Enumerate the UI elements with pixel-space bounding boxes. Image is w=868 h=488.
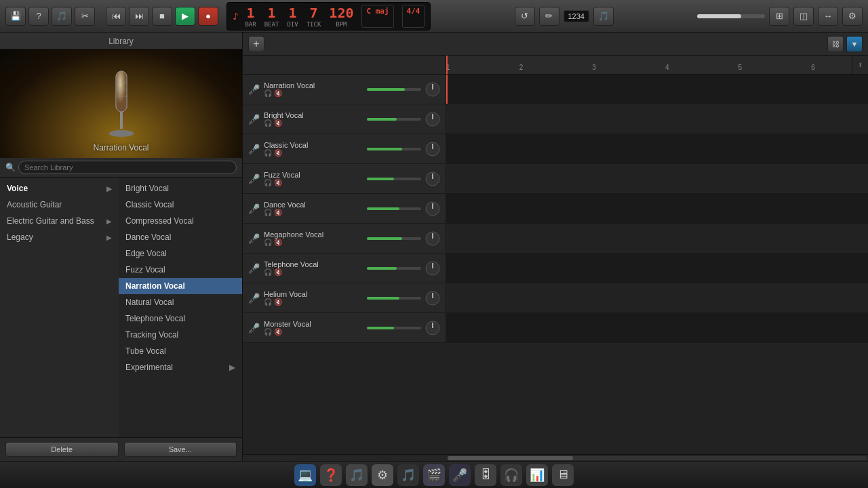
table-row: 🎤 Monster Vocal 🎧 🔇 (243, 313, 868, 343)
track-headphone-icon-7[interactable]: 🎧 (264, 268, 272, 276)
sidebar-item-acoustic[interactable]: Acoustic Guitar (0, 197, 119, 213)
preset-compressed-vocal[interactable]: Compressed Vocal (119, 213, 242, 229)
rewind-btn[interactable]: ⏮ (106, 7, 126, 26)
ruler-numbers: 1 2 3 4 5 6 (446, 56, 852, 74)
preset-telephone-vocal[interactable]: Telephone Vocal (119, 310, 242, 327)
track-link-icon[interactable]: ⛓ (827, 36, 844, 52)
track-knob-dance[interactable] (425, 201, 440, 216)
dock-help-icon[interactable]: ❓ (320, 464, 342, 486)
track-headphone-icon-9[interactable]: 🎧 (264, 328, 272, 336)
stop-btn[interactable]: ■ (152, 7, 172, 26)
track-volume-narration[interactable] (367, 88, 421, 91)
track-knob-narration[interactable] (425, 82, 440, 97)
dock-headphones-icon[interactable]: 🎧 (500, 464, 522, 486)
metronome-btn[interactable]: 🎵 (593, 7, 614, 26)
dock-chart-icon[interactable]: 📊 (526, 464, 548, 486)
preset-narration-vocal[interactable]: Narration Vocal (119, 278, 242, 294)
track-mute-icon-6[interactable]: 🔇 (274, 239, 282, 246)
delete-button[interactable]: Delete (5, 442, 119, 457)
track-volume-fuzz[interactable] (367, 178, 421, 180)
view-btn3[interactable]: ↔ (818, 7, 838, 26)
sidebar-item-electric[interactable]: Electric Guitar and Bass ▶ (0, 213, 119, 229)
sidebar-item-voice[interactable]: Voice ▶ (0, 180, 119, 197)
view-btn4[interactable]: ⚙ (842, 7, 863, 26)
preset-experimental[interactable]: Experimental▶ (119, 359, 242, 375)
dock-system-prefs-icon[interactable]: ⚙ (372, 464, 393, 486)
sidebar-item-electric-label: Electric Guitar and Bass (7, 216, 94, 226)
time-sig-display[interactable]: 4/4 (402, 5, 425, 28)
preset-dance-vocal[interactable]: Dance Vocal (119, 229, 242, 245)
track-volume-dance[interactable] (367, 207, 421, 210)
add-track-button[interactable]: + (248, 36, 264, 52)
track-knob-classic[interactable] (425, 142, 440, 157)
track-knob-monster[interactable] (425, 321, 440, 336)
track-mute-icon-3[interactable]: 🔇 (274, 149, 282, 157)
track-mute-icon-4[interactable]: 🔇 (274, 179, 282, 186)
preset-bright-vocal[interactable]: Bright Vocal (119, 180, 242, 197)
save-btn[interactable]: 💾 (5, 7, 26, 26)
sidebar-item-legacy[interactable]: Legacy ▶ (0, 229, 119, 245)
track-filter-icon[interactable]: ▼ (846, 36, 863, 52)
track-headphone-icon-8[interactable]: 🎧 (264, 298, 272, 306)
search-input[interactable] (18, 161, 237, 174)
track-mute-icon-7[interactable]: 🔇 (274, 268, 282, 276)
preset-fuzz-vocal[interactable]: Fuzz Vocal (119, 262, 242, 278)
scroll-thumb[interactable] (448, 456, 573, 460)
dock-finder-icon[interactable]: 💻 (294, 464, 316, 486)
dock-mixer-icon[interactable]: 🎛 (475, 464, 496, 486)
pencil-btn[interactable]: ✏ (539, 7, 559, 26)
track-volume-telephone[interactable] (367, 267, 421, 270)
track-mute-icon-9[interactable]: 🔇 (274, 328, 282, 336)
track-knob-bright[interactable] (425, 112, 440, 127)
beat-display: 1 beat (264, 5, 279, 28)
track-headphone-icon-2[interactable]: 🎧 (264, 119, 272, 127)
track-knob-telephone[interactable] (425, 261, 440, 276)
preset-edge-vocal[interactable]: Edge Vocal (119, 245, 242, 262)
track-headphone-icon-5[interactable]: 🎧 (264, 209, 272, 216)
record-settings-btn[interactable]: 🎵 (52, 7, 72, 26)
table-row: 🎤 Megaphone Vocal 🎧 🔇 (243, 224, 868, 253)
track-mute-icon-5[interactable]: 🔇 (274, 209, 282, 216)
save-button[interactable]: Save... (124, 442, 237, 457)
table-row: 🎤 Dance Vocal 🎧 🔇 (243, 194, 868, 224)
library-presets-list: Bright Vocal Classic Vocal Compressed Vo… (119, 178, 242, 437)
master-volume-slider[interactable] (697, 14, 765, 18)
track-mic-icon-5: 🎤 (248, 203, 260, 214)
dock-itunes-icon[interactable]: 🎵 (397, 464, 419, 486)
track-mute-icon-2[interactable]: 🔇 (274, 119, 282, 127)
horizontal-scrollbar[interactable] (243, 454, 868, 461)
track-headphone-icon-4[interactable]: 🎧 (264, 179, 272, 186)
track-volume-classic[interactable] (367, 148, 421, 150)
preset-natural-vocal[interactable]: Natural Vocal (119, 294, 242, 310)
track-headphone-icon-3[interactable]: 🎧 (264, 149, 272, 157)
preset-tube-vocal[interactable]: Tube Vocal (119, 343, 242, 359)
preset-tracking-vocal[interactable]: Tracking Vocal (119, 327, 242, 343)
track-volume-monster[interactable] (367, 327, 421, 329)
track-headphone-icon[interactable]: 🎧 (264, 89, 272, 97)
library-categories: Voice ▶ Acoustic Guitar Electric Guitar … (0, 178, 119, 437)
track-headphone-icon-6[interactable]: 🎧 (264, 239, 272, 246)
undo-btn[interactable]: ↺ (515, 7, 535, 26)
track-knob-megaphone[interactable] (425, 231, 440, 246)
track-mute-icon-8[interactable]: 🔇 (274, 298, 282, 306)
dock-screen-icon[interactable]: 🖥 (552, 464, 574, 486)
track-volume-bright[interactable] (367, 118, 421, 121)
prefs-btn[interactable]: ✂ (75, 7, 95, 26)
record-btn[interactable]: ● (198, 7, 218, 26)
dock-mic-icon[interactable]: 🎤 (449, 464, 471, 486)
track-volume-helium[interactable] (367, 297, 421, 300)
fast-forward-btn[interactable]: ⏭ (129, 7, 149, 26)
track-name-narration: Narration Vocal (264, 81, 363, 89)
dock-garageband-icon[interactable]: 🎵 (346, 464, 368, 486)
preset-classic-vocal[interactable]: Classic Vocal (119, 197, 242, 213)
help-btn[interactable]: ? (28, 7, 49, 26)
dock-quicktime-icon[interactable]: 🎬 (423, 464, 445, 486)
track-knob-fuzz[interactable] (425, 171, 440, 186)
track-volume-megaphone[interactable] (367, 237, 421, 240)
track-mute-icon[interactable]: 🔇 (274, 89, 282, 97)
play-btn[interactable]: ▶ (175, 7, 195, 26)
view-btn2[interactable]: ◫ (793, 7, 814, 26)
key-sig-display[interactable]: C maj (361, 5, 393, 28)
track-knob-helium[interactable] (425, 291, 440, 306)
view-btn1[interactable]: ⊞ (769, 7, 789, 26)
